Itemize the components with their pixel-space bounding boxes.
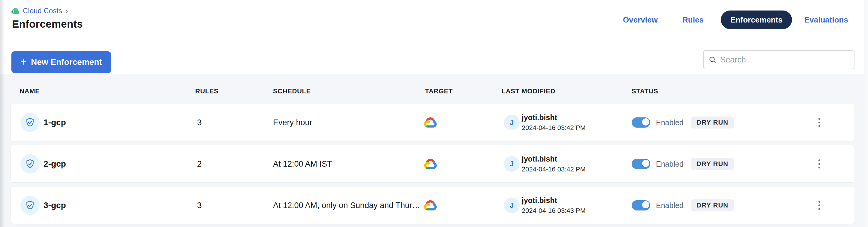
tab-evaluations[interactable]: Evaluations — [804, 15, 848, 25]
page-header: Cloud Costs › Enforcements Overview Rule… — [0, 0, 868, 40]
enforcement-row[interactable]: 2-gcp 2 At 12:00 AM IST J jyoti.bisht 20… — [11, 145, 855, 182]
row-menu-button[interactable] — [814, 112, 825, 133]
column-header-last-modified: LAST MODIFIED — [502, 87, 555, 95]
shield-check-icon — [25, 117, 35, 128]
shield-check-icon — [25, 200, 35, 211]
avatar: J — [504, 198, 520, 213]
modified-by: jyoti.bisht — [522, 155, 586, 163]
target-cell — [424, 200, 437, 211]
target-cell — [424, 159, 437, 169]
enabled-toggle[interactable] — [632, 159, 650, 169]
dry-run-badge: DRY RUN — [691, 158, 734, 170]
last-modified-cell: jyoti.bisht 2024-04-16 03:42 PM — [522, 113, 586, 132]
enforcement-name[interactable]: 1-gcp — [43, 118, 66, 127]
modified-by: jyoti.bisht — [522, 196, 586, 205]
toggle-knob — [642, 159, 650, 167]
search-icon — [709, 56, 717, 64]
avatar: J — [504, 156, 520, 172]
dry-run-badge: DRY RUN — [691, 117, 734, 129]
enforcement-type-badge — [21, 196, 40, 215]
plus-icon: + — [21, 57, 27, 67]
tab-enforcements-active[interactable]: Enforcements — [721, 10, 792, 29]
modified-at: 2024-04-16 03:43 PM — [522, 207, 586, 215]
gcp-icon — [424, 159, 437, 169]
avatar: J — [504, 115, 520, 130]
rules-count: 3 — [197, 201, 202, 210]
enabled-toggle[interactable] — [632, 200, 650, 210]
search-box — [703, 50, 855, 69]
toggle-knob — [642, 118, 650, 126]
enforcement-name[interactable]: 2-gcp — [43, 159, 66, 169]
page-title: Enforcements — [12, 18, 83, 30]
enforcement-type-badge — [21, 154, 40, 173]
enforcement-row[interactable]: 1-gcp 3 Every hour J jyoti.bisht 2024-04… — [11, 104, 855, 141]
cloud-costs-icon — [11, 7, 20, 15]
row-menu-button[interactable] — [814, 195, 825, 216]
last-modified-cell: jyoti.bisht 2024-04-16 03:43 PM — [522, 196, 586, 215]
status-label: Enabled — [656, 159, 684, 168]
schedule-text: Every hour — [273, 118, 312, 127]
breadcrumb: Cloud Costs › — [11, 7, 68, 15]
chevron-right-icon: › — [65, 7, 68, 14]
rules-count: 2 — [197, 159, 202, 169]
status-label: Enabled — [656, 118, 684, 127]
breadcrumb-link-cloud-costs[interactable]: Cloud Costs — [23, 7, 62, 15]
scrollbar-rail[interactable] — [864, 0, 868, 227]
new-enforcement-label: New Enforcement — [31, 57, 102, 67]
schedule-text: At 12:00 AM, only on Sunday and Thursday… — [273, 201, 423, 210]
modified-at: 2024-04-16 03:42 PM — [522, 165, 586, 173]
gcp-icon — [424, 118, 437, 128]
shield-check-icon — [25, 159, 35, 169]
new-enforcement-button[interactable]: + New Enforcement — [11, 51, 111, 73]
enforcement-type-badge — [21, 113, 40, 132]
toggle-knob — [642, 201, 650, 209]
rules-count: 3 — [197, 118, 202, 127]
search-input[interactable] — [720, 55, 849, 65]
enabled-toggle[interactable] — [632, 118, 650, 128]
column-header-name: NAME — [20, 87, 40, 95]
tab-overview[interactable]: Overview — [623, 15, 658, 25]
column-header-target: TARGET — [425, 87, 453, 95]
gcp-icon — [424, 200, 437, 210]
dry-run-badge: DRY RUN — [691, 199, 734, 212]
enforcement-row[interactable]: 3-gcp 3 At 12:00 AM, only on Sunday and … — [11, 187, 855, 224]
tab-rules[interactable]: Rules — [682, 15, 704, 25]
row-menu-button[interactable] — [814, 153, 825, 175]
status-label: Enabled — [656, 201, 684, 209]
column-header-rules: RULES — [195, 87, 219, 95]
modified-at: 2024-04-16 03:42 PM — [522, 124, 586, 132]
schedule-text: At 12:00 AM IST — [273, 159, 332, 168]
last-modified-cell: jyoti.bisht 2024-04-16 03:42 PM — [522, 155, 586, 173]
target-cell — [424, 117, 437, 128]
column-header-status: STATUS — [632, 87, 658, 95]
modified-by: jyoti.bisht — [522, 113, 586, 122]
enforcement-name[interactable]: 3-gcp — [43, 201, 66, 210]
column-header-schedule: SCHEDULE — [273, 87, 311, 95]
enforcements-page: Cloud Costs › Enforcements Overview Rule… — [0, 0, 868, 227]
